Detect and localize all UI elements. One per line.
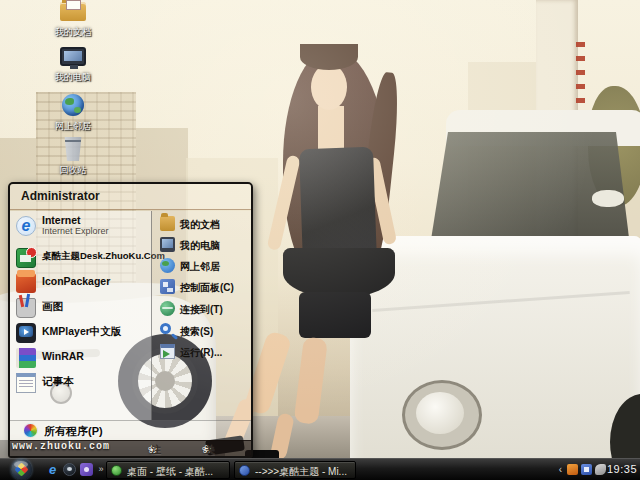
menu-item-my-computer[interactable]: 我的电脑: [160, 235, 251, 255]
start-button[interactable]: [11, 459, 32, 480]
desktop-icon-label: 我的文档: [40, 26, 106, 39]
menu-item-label: 网上邻居: [180, 260, 253, 274]
menu-item-notepad[interactable]: 记事本: [16, 371, 149, 396]
menu-item-iconpackager[interactable]: IconPackager: [16, 271, 149, 296]
menu-item-label: Internet: [42, 214, 166, 226]
control-panel-icon: [160, 279, 175, 294]
menu-item-label: WinRAR: [42, 350, 166, 362]
menu-item-run[interactable]: 运行(R)...: [160, 342, 251, 362]
menu-item-internet[interactable]: e Internet Internet Explorer: [16, 214, 149, 244]
desktop-icon-my-documents[interactable]: 我的文档: [40, 2, 106, 44]
my-documents-icon: [60, 2, 86, 21]
menu-item-my-documents[interactable]: 我的文档: [160, 214, 251, 234]
menu-item-label: 我的电脑: [180, 239, 253, 253]
wallpaper-watermark: www.zhuoku.com: [12, 441, 110, 452]
paint-icon: [16, 298, 36, 318]
kmplayer-icon: [16, 323, 36, 343]
desktop-icon-label: 网上邻居: [40, 120, 106, 133]
menu-item-label: KMPlayer中文版: [42, 325, 166, 339]
menu-item-label: IconPackager: [42, 275, 166, 287]
green-ball-icon: [111, 465, 122, 476]
connect-to-icon: [160, 301, 175, 316]
menu-item-control-panel[interactable]: 控制面板(C): [160, 277, 251, 297]
menu-item-sublabel: Internet Explorer: [42, 226, 164, 236]
blue-window-icon: [239, 465, 250, 476]
start-menu-left-column: e Internet Internet Explorer 桌酷主题Desk.Zh…: [10, 211, 152, 420]
menu-item-label: 桌酷主题Desk.ZhuoKu.Com: [42, 250, 166, 263]
iconpackager-icon: [16, 273, 36, 293]
start-menu-columns: e Internet Internet Explorer 桌酷主题Desk.Zh…: [10, 211, 251, 420]
network-places-icon: [160, 258, 175, 273]
desktop-icon-label: 回收站: [40, 164, 106, 177]
quick-launch-chevron-icon[interactable]: »: [97, 463, 105, 476]
taskbar-task-zhuoku[interactable]: -->>>桌酷主题 - Mi...: [234, 461, 356, 479]
tray-blue-icon[interactable]: [581, 464, 592, 475]
task-label: -->>>桌酷主题 - Mi...: [255, 465, 347, 479]
start-menu: Administrator e Internet Internet Explor…: [8, 182, 253, 458]
tray-chevron-icon[interactable]: ‹: [559, 463, 562, 476]
zhuoku-theme-icon: [16, 248, 36, 268]
my-computer-icon: [160, 237, 175, 252]
menu-item-zhuoku-theme[interactable]: 桌酷主题Desk.ZhuoKu.Com: [16, 246, 149, 271]
menu-item-winrar[interactable]: WinRAR: [16, 346, 149, 371]
my-computer-icon: [60, 47, 86, 66]
tray-volume-icon[interactable]: [595, 464, 606, 475]
run-icon: [160, 344, 175, 359]
menu-item-paint[interactable]: 画图: [16, 296, 149, 321]
quick-launch-globe-icon[interactable]: [63, 463, 76, 476]
task-label: 桌面 - 壁纸 - 桌酷...: [127, 465, 213, 479]
log-off-label: 注销(L): [151, 442, 164, 458]
desktop-icon-label: 我的电脑: [40, 71, 106, 84]
tray-clock[interactable]: 19:35: [607, 463, 637, 475]
tray-orange-icon[interactable]: [567, 464, 578, 475]
menu-item-kmplayer[interactable]: KMPlayer中文版: [16, 321, 149, 346]
all-programs-button[interactable]: 所有程序(P): [10, 420, 251, 440]
taskbar: e » 桌面 - 壁纸 - 桌酷... -->>>桌酷主题 - Mi... ‹ …: [0, 458, 640, 480]
menu-item-label: 控制面板(C): [180, 281, 253, 295]
menu-item-label: 连接到(T): [180, 303, 253, 317]
notepad-icon: [16, 373, 36, 393]
menu-item-label: 记事本: [42, 375, 166, 389]
network-places-icon: [62, 94, 84, 116]
orb-shine: [14, 461, 28, 468]
menu-item-network-places[interactable]: 网上邻居: [160, 256, 251, 276]
menu-item-connect-to[interactable]: 连接到(T): [160, 299, 251, 319]
start-menu-user-banner: Administrator: [10, 184, 251, 210]
quick-launch-app-icon[interactable]: [80, 463, 93, 476]
menu-item-label: 画图: [42, 300, 166, 314]
desktop: www.zhuoku.com 我的文档 我的电脑 网上邻居 回收站 Admini…: [0, 0, 640, 480]
desktop-icon-recycle-bin[interactable]: 回收站: [40, 137, 106, 179]
menu-item-search[interactable]: 搜索(S): [160, 321, 251, 341]
my-documents-icon: [160, 216, 175, 231]
quick-launch-ie-icon[interactable]: e: [46, 463, 59, 476]
taskbar-task-wallpaper[interactable]: 桌面 - 壁纸 - 桌酷...: [106, 461, 230, 479]
desktop-icon-my-computer[interactable]: 我的电脑: [40, 47, 106, 89]
recycle-bin-icon: [63, 137, 83, 161]
all-programs-icon: [23, 423, 38, 438]
start-menu-right-column: 我的文档 我的电脑 网上邻居 控制面板(C) 连接到(T): [152, 211, 251, 420]
search-icon: [160, 323, 171, 334]
user-name: Administrator: [21, 189, 100, 203]
menu-item-label: 我的文档: [180, 218, 253, 232]
menu-item-label: 搜索(S): [180, 325, 253, 339]
shutdown-label: 关闭计算机(U): [205, 442, 219, 458]
winrar-icon: [16, 348, 36, 368]
desktop-icon-network-places[interactable]: 网上邻居: [40, 94, 106, 136]
menu-item-label: 运行(R)...: [180, 346, 253, 360]
internet-explorer-icon: e: [16, 216, 36, 236]
all-programs-label: 所有程序(P): [44, 424, 103, 439]
